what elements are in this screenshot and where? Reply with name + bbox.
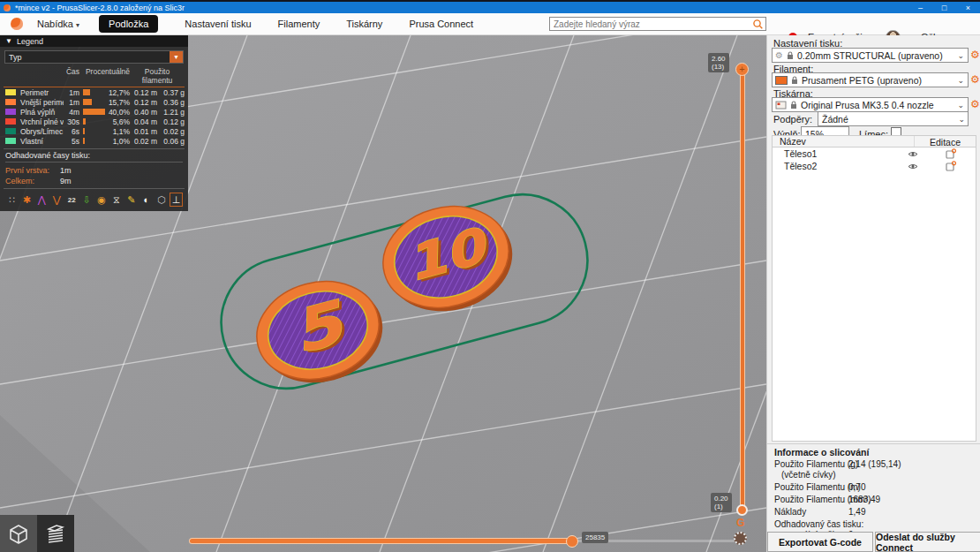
print-time-estimates-title: Odhadované časy tisku: — [5, 151, 183, 163]
prusa-logo[interactable] — [11, 18, 23, 30]
legend-row: Obrys/Límec6s 1,1%0.01 m0.02 g — [4, 126, 185, 136]
filament-used-m: Použito Filamentu (m) 0,70 — [767, 482, 980, 493]
editor-view-button[interactable] — [0, 515, 37, 552]
filament-used-mm3: Použito Filamentu (mm³) 1683,49 — [767, 495, 980, 505]
layer-slider-track[interactable] — [741, 71, 744, 510]
object-row[interactable]: Těleso1 — [773, 147, 976, 160]
feature-color-swatch — [5, 128, 16, 134]
lock-icon — [787, 51, 794, 60]
legend-row: Vnější perimetr1m 15,7%0.12 m0.36 g — [4, 97, 185, 107]
menu-dropdown[interactable]: Nabídka ▾ — [37, 19, 79, 29]
move-slider-track[interactable] — [190, 539, 577, 543]
supports-label: Podpěry: — [773, 114, 812, 125]
tool-changes-icon[interactable]: 22 — [65, 193, 79, 207]
title-bar[interactable]: *mince v2 - PrusaSlicer-2.8.0 založený n… — [0, 2, 980, 13]
feature-color-swatch — [5, 99, 16, 105]
filament-gear-button[interactable]: ⚙ — [970, 74, 980, 85]
printer-gear-button[interactable]: ⚙ — [970, 99, 980, 110]
legend-row: Plná výplň4m 40,0%0.40 m1.21 g — [4, 107, 185, 117]
percent-bar — [83, 109, 105, 115]
custom-gcode-icon[interactable]: ✎ — [124, 193, 138, 207]
collapse-arrow-icon[interactable]: ▼ — [5, 37, 12, 45]
tab-filamenty[interactable]: Filamenty — [278, 19, 320, 29]
search-box[interactable] — [549, 17, 766, 31]
send-to-connect-button[interactable]: Odeslat do služby Connect — [875, 532, 980, 552]
percent-bar — [83, 128, 85, 134]
supports-select[interactable]: Žádné ⌄ — [818, 111, 969, 126]
printer-icon — [775, 101, 787, 110]
move-slider-handle[interactable] — [566, 535, 578, 548]
pauses-icon[interactable]: ⧖ — [109, 193, 123, 207]
move-slider-value: 25835 — [582, 532, 608, 543]
wipe-icon[interactable]: ✱ — [20, 193, 34, 207]
preview-view-button[interactable] — [37, 515, 74, 552]
filament-used-g-sub: (včetně cívky) — [767, 470, 980, 480]
color-prints-icon[interactable]: ◉ — [95, 193, 109, 207]
layers-icon — [44, 522, 67, 545]
maximize-button[interactable]: □ — [932, 2, 956, 13]
chevron-down-icon: ▾ — [76, 21, 79, 29]
feature-color-swatch — [5, 118, 16, 125]
feature-color-swatch — [5, 109, 16, 115]
coin-object-5[interactable]: 5 5 — [245, 268, 393, 397]
filament-used-g: Použito Filamentu (g) 2,14 (195,14) — [767, 459, 980, 470]
action-bar: Exportovat G-code Odeslat do služby Conn… — [767, 532, 980, 552]
time-estimate-title: Odhadovaný čas tisku: — [767, 519, 980, 530]
legend-row: Vrchní plné výplně30s 5,6%0.04 m0.12 g — [4, 117, 185, 126]
shells-icon[interactable]: ⬡ — [155, 193, 168, 207]
object-row[interactable]: Těleso2 — [773, 160, 976, 172]
percent-bar — [83, 99, 92, 105]
print-settings-combo[interactable]: ⚙ 0.20mm STRUCTURAL (upraveno) ⌄ — [772, 48, 969, 63]
cube-icon — [7, 522, 30, 545]
percent-bar — [83, 138, 85, 144]
feature-color-swatch — [5, 89, 16, 95]
feature-toggle-icons: ∷ ✱ ⋀ ⋁ 22 ⇩ ◉ ⧖ ✎ ◐ ⬡ ⊥ — [4, 188, 185, 209]
search-icon[interactable] — [752, 19, 764, 30]
color-changes-icon[interactable]: ⇩ — [80, 193, 94, 207]
retractions-icon[interactable]: ⋀ — [35, 193, 49, 207]
legend-row: Vlastní5s 1,0%0.02 m0.06 g — [4, 136, 185, 146]
object-list-header: Název Editace — [772, 135, 976, 147]
total-time: Celkem:9m — [5, 176, 183, 186]
view-type-value: Typ — [5, 53, 170, 62]
prusaslicer-window: *mince v2 - PrusaSlicer-2.8.0 založený n… — [0, 0, 980, 552]
travels-icon[interactable]: ∷ — [5, 193, 19, 207]
tab-nastaveni-tisku[interactable]: Nastavení tisku — [185, 19, 251, 29]
layer-slider-top-tooltip: 2.60(13) — [708, 53, 729, 72]
close-button[interactable]: × — [956, 2, 980, 13]
layer-slider-lower-handle[interactable] — [736, 504, 748, 516]
tab-tiskarny[interactable]: Tiskárny — [346, 19, 382, 29]
print-settings-gear-button[interactable]: ⚙ — [970, 49, 980, 60]
printer-combo[interactable]: Original Prusa MK3.5 0.4 nozzle ⌄ — [772, 97, 969, 112]
legend-title: Legend — [17, 37, 43, 46]
export-gcode-button[interactable]: Exportovat G-code — [767, 532, 873, 552]
chevron-down-icon: ⌄ — [957, 101, 965, 110]
view-type-select[interactable]: Typ ▼ — [4, 50, 184, 64]
legend-header[interactable]: ▼ Legend — [0, 35, 188, 47]
center-of-gravity-icon[interactable]: ◐ — [139, 193, 153, 207]
minimize-button[interactable]: – — [908, 2, 932, 13]
legend-row: Perimetr1m 12,7%0.12 m0.37 g — [4, 87, 185, 97]
app-logo-icon — [4, 4, 11, 11]
eye-icon[interactable] — [900, 150, 926, 158]
tool-marker-icon[interactable]: ⊥ — [170, 193, 183, 207]
edit-object-icon[interactable] — [926, 161, 976, 171]
search-input[interactable] — [550, 19, 752, 29]
eye-icon[interactable] — [900, 163, 926, 170]
edit-object-icon[interactable] — [926, 148, 976, 159]
deretractions-icon[interactable]: ⋁ — [50, 193, 64, 207]
chevron-down-icon: ⌄ — [957, 76, 965, 85]
filament-combo[interactable]: Prusament PETG (upraveno) ⌄ — [772, 72, 969, 87]
feature-color-swatch — [5, 138, 16, 144]
layer-slider-upper-handle[interactable]: + — [735, 63, 749, 76]
tab-prusa-connect[interactable]: Prusa Connect — [409, 19, 473, 29]
percent-bar — [83, 89, 90, 95]
legend-panel: ▼ Legend Typ ▼ Čas Procentuálně Použito … — [0, 35, 188, 211]
dropdown-arrow-icon[interactable]: ▼ — [170, 51, 183, 63]
3d-viewport[interactable]: 5 5 10 10 ▼ Legend Typ ▼ — [0, 35, 766, 552]
menu-bar: Nabídka ▾ Podložka Nastavení tisku Filam… — [0, 13, 980, 35]
lock-icon — [791, 76, 798, 85]
coin-object-10[interactable]: 10 10 — [372, 192, 524, 325]
tab-podlozka[interactable]: Podložka — [99, 15, 158, 33]
move-slider-end-handle[interactable] — [734, 532, 747, 545]
